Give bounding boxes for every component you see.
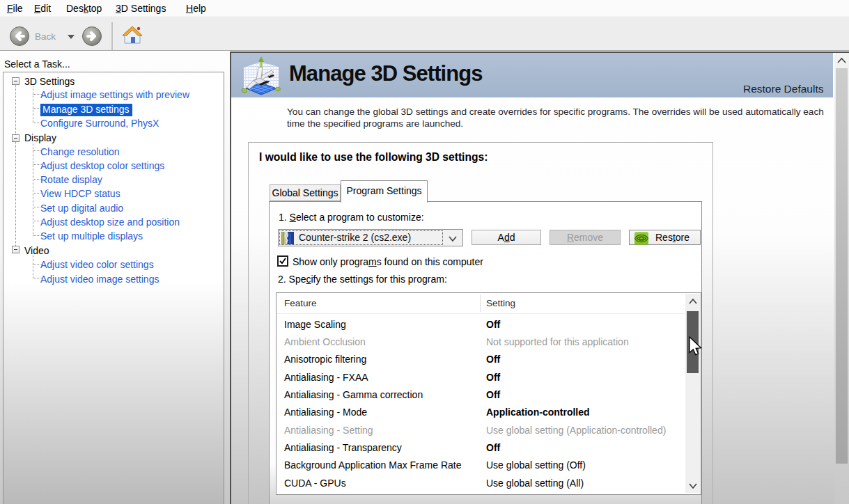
svg-text:Back: Back bbox=[35, 31, 56, 42]
